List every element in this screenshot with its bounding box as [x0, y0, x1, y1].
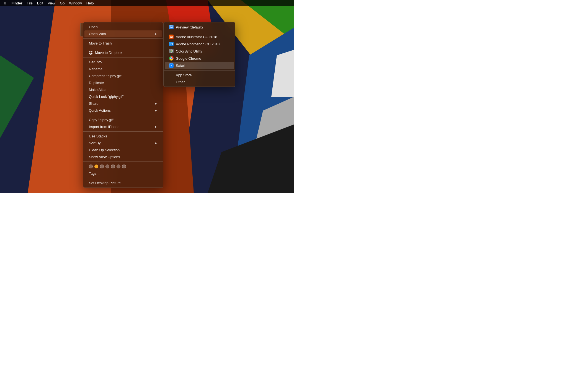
menu-item-make-alias-label: Make Alias — [89, 88, 106, 92]
menu-item-open-with[interactable]: Open With ► — [84, 30, 162, 37]
menu-item-duplicate-label: Duplicate — [89, 81, 104, 85]
apple-menu[interactable]:  — [2, 0, 8, 6]
submenu-item-chrome-label: Google Chrome — [176, 56, 201, 61]
open-with-arrow-icon: ► — [155, 32, 158, 35]
tag-dot-gray4[interactable] — [111, 165, 115, 168]
menubar-file[interactable]: File — [25, 0, 35, 6]
import-arrow-icon: ► — [155, 125, 158, 128]
menu-item-rename-label: Rename — [89, 67, 102, 71]
menu-item-copy-label: Copy "giphy.gif" — [89, 118, 114, 122]
submenu-item-preview[interactable]: Preview (default) — [165, 24, 234, 31]
menu-item-sort-by-label: Sort By — [89, 141, 101, 145]
menu-item-open-label: Open — [89, 25, 98, 29]
separator-2 — [83, 48, 163, 48]
separator-4 — [83, 115, 163, 115]
chrome-icon — [169, 56, 174, 61]
menu-item-tags-label: Tags... — [89, 171, 99, 176]
menu-item-show-view-options[interactable]: Show View Options — [84, 153, 162, 160]
menu-item-compress[interactable]: Compress "giphy.gif" — [84, 72, 162, 79]
menu-item-move-to-dropbox-label: Move to Dropbox — [89, 51, 122, 55]
photoshop-icon: Ps — [169, 42, 174, 46]
menubar:  Finder File Edit View Go Window Help — [0, 0, 294, 6]
tag-dot-gray1[interactable] — [89, 165, 93, 168]
submenu-item-other[interactable]: Other... — [165, 79, 234, 85]
preview-icon — [169, 25, 174, 29]
menu-item-open-with-label: Open With — [89, 32, 106, 36]
submenu-item-app-store-label: App Store... — [176, 73, 195, 77]
menu-item-move-to-dropbox[interactable]: Move to Dropbox — [84, 49, 162, 56]
menu-item-clean-up-label: Clean Up Selection — [89, 148, 120, 152]
safari-icon — [169, 63, 174, 68]
menu-item-use-stacks-label: Use Stacks — [89, 134, 107, 138]
menu-item-duplicate[interactable]: Duplicate — [84, 79, 162, 86]
tags-row — [84, 163, 162, 170]
tag-dot-gray2[interactable] — [100, 165, 104, 168]
submenu-item-other-label: Other... — [176, 80, 188, 84]
separator-6 — [83, 161, 163, 162]
menu-item-import-iphone[interactable]: Import from iPhone ► — [84, 123, 162, 130]
separator-7 — [83, 178, 163, 178]
dropbox-icon — [89, 51, 93, 55]
separator-5 — [83, 131, 163, 132]
submenu-item-photoshop-label: Adobe Photoshop CC 2018 — [176, 42, 220, 46]
menubar-help[interactable]: Help — [84, 0, 96, 6]
menu-item-compress-label: Compress "giphy.gif" — [89, 74, 122, 78]
menubar-finder[interactable]: Finder — [9, 0, 25, 6]
colorsync-icon — [169, 49, 174, 53]
menu-item-sort-by[interactable]: Sort By ► — [84, 140, 162, 147]
menu-item-get-info-label: Get Info — [89, 60, 102, 64]
quick-actions-arrow-icon: ► — [155, 109, 158, 112]
tag-dot-gray5[interactable] — [117, 165, 120, 168]
menubar-window[interactable]: Window — [67, 0, 84, 6]
menu-item-use-stacks[interactable]: Use Stacks — [84, 133, 162, 140]
svg-point-14 — [170, 50, 173, 53]
submenu-item-chrome[interactable]: Google Chrome — [165, 55, 234, 62]
sort-by-arrow-icon: ► — [155, 142, 158, 145]
submenu-separator-1 — [164, 32, 235, 32]
submenu-item-illustrator[interactable]: Ai Adobe Illustrator CC 2018 — [165, 33, 234, 40]
context-menu: Open Open With ► Move to Trash Move to D… — [83, 22, 163, 188]
menubar-edit[interactable]: Edit — [35, 0, 45, 6]
menu-item-move-to-trash-label: Move to Trash — [89, 41, 112, 45]
menu-item-get-info[interactable]: Get Info — [84, 59, 162, 66]
menu-item-import-iphone-label: Import from iPhone — [89, 125, 120, 129]
separator-3 — [83, 57, 163, 58]
menu-item-rename[interactable]: Rename — [84, 66, 162, 72]
menu-item-show-view-options-label: Show View Options — [89, 155, 120, 159]
submenu-item-colorsync-label: ColorSync Utility — [176, 49, 202, 53]
menu-item-set-desktop-picture[interactable]: Set Desktop Picture — [84, 179, 162, 186]
share-arrow-icon: ► — [155, 102, 158, 105]
tag-dot-gray3[interactable] — [105, 165, 109, 168]
illustrator-icon: Ai — [169, 35, 174, 39]
submenu-separator-2 — [164, 70, 235, 71]
submenu-item-photoshop[interactable]: Ps Adobe Photoshop CC 2018 — [165, 40, 234, 48]
menu-item-open[interactable]: Open — [84, 24, 162, 30]
menu-item-share[interactable]: Share ► — [84, 100, 162, 107]
menu-item-quick-look-label: Quick Look "giphy.gif" — [89, 95, 123, 99]
menubar-go[interactable]: Go — [58, 0, 67, 6]
submenu-item-colorsync[interactable]: ColorSync Utility — [165, 48, 234, 55]
menu-item-set-desktop-picture-label: Set Desktop Picture — [89, 181, 121, 185]
menu-item-make-alias[interactable]: Make Alias — [84, 86, 162, 93]
submenu-item-safari-label: Safari — [176, 64, 185, 68]
menu-item-quick-actions-label: Quick Actions — [89, 108, 111, 113]
submenu-item-preview-label: Preview (default) — [176, 25, 203, 29]
submenu-item-illustrator-label: Adobe Illustrator CC 2018 — [176, 35, 217, 39]
dropbox-menubar-icon[interactable] — [287, 1, 292, 5]
menu-item-share-label: Share — [89, 101, 99, 106]
submenu-item-app-store[interactable]: App Store... — [165, 72, 234, 79]
submenu-item-safari[interactable]: Safari — [165, 62, 234, 69]
submenu-open-with: Preview (default) Ai Adobe Illustrator C… — [163, 22, 235, 87]
tag-dot-orange[interactable] — [94, 165, 98, 168]
menu-item-quick-actions[interactable]: Quick Actions ► — [84, 107, 162, 114]
menubar-view[interactable]: View — [45, 0, 58, 6]
menu-item-copy[interactable]: Copy "giphy.gif" — [84, 116, 162, 123]
menu-item-tags[interactable]: Tags... — [84, 170, 162, 177]
separator-1 — [83, 38, 163, 39]
menu-item-clean-up[interactable]: Clean Up Selection — [84, 147, 162, 153]
tag-dot-gray6[interactable] — [122, 165, 126, 168]
menu-item-quick-look[interactable]: Quick Look "giphy.gif" — [84, 93, 162, 100]
menu-item-move-to-trash[interactable]: Move to Trash — [84, 40, 162, 47]
